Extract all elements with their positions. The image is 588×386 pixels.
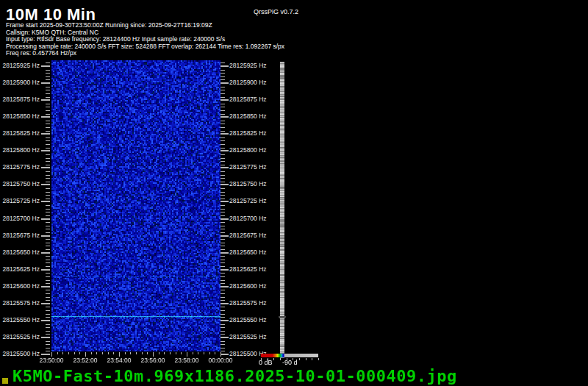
freq-minor-tick: [46, 70, 50, 71]
freq-minor-tick: [220, 175, 225, 176]
freq-minor-tick: [220, 205, 225, 206]
time-minor-tick: [57, 352, 58, 354]
db-scale-tick: [306, 358, 306, 360]
db-scale-tick: [280, 358, 281, 360]
freq-minor-tick: [220, 307, 225, 307]
freq-minor-tick: [46, 90, 50, 90]
freq-major-tick: [41, 303, 50, 304]
freq-minor-tick: [220, 310, 225, 311]
time-label: 23:58:00: [168, 357, 205, 364]
freq-minor-tick: [220, 283, 225, 284]
freq-minor-tick: [220, 215, 225, 216]
freq-label-right: 28125900 Hz: [229, 79, 267, 86]
time-label: 00:00:00: [202, 357, 239, 364]
freq-minor-tick: [220, 324, 225, 325]
freq-minor-tick: [220, 70, 225, 71]
time-minor-tick: [136, 352, 137, 354]
freq-major-tick: [220, 116, 229, 118]
db-scale-tick: [318, 358, 319, 360]
freq-minor-tick: [46, 73, 50, 74]
time-label: 23:50:00: [33, 357, 70, 364]
freq-label-left: 28125725 Hz: [0, 198, 40, 204]
freq-minor-tick: [220, 212, 225, 212]
time-minor-tick: [193, 352, 193, 354]
freq-label-right: 28125550 Hz: [229, 317, 267, 324]
waterfall-spectrogram: [51, 60, 220, 351]
freq-minor-tick: [46, 209, 50, 210]
db-scale-min-label: -90 d: [282, 359, 298, 366]
freq-minor-tick: [220, 348, 225, 349]
freq-minor-tick: [46, 154, 50, 155]
freq-label-left: 28125525 Hz: [0, 334, 40, 340]
time-minor-tick: [209, 352, 210, 354]
freq-major-tick: [41, 65, 50, 67]
freq-minor-tick: [46, 232, 50, 233]
freq-minor-tick: [46, 178, 50, 179]
freq-label-right: 28125700 Hz: [229, 215, 267, 222]
freq-minor-tick: [220, 314, 225, 315]
freq-label-right: 28125850 Hz: [229, 113, 267, 120]
freq-major-tick: [41, 184, 50, 185]
freq-minor-tick: [220, 165, 225, 165]
freq-minor-tick: [220, 161, 225, 162]
freq-minor-tick: [220, 127, 225, 128]
freq-major-tick: [41, 82, 50, 84]
freq-minor-tick: [46, 137, 50, 138]
freq-major-tick: [220, 354, 229, 355]
freq-minor-tick: [220, 344, 225, 345]
freq-major-tick: [220, 252, 229, 254]
freq-minor-tick: [46, 327, 50, 328]
time-minor-tick: [181, 352, 182, 354]
freq-minor-tick: [220, 209, 225, 210]
time-minor-tick: [159, 352, 159, 354]
freq-minor-tick: [220, 107, 225, 107]
db-scale-tick: [273, 358, 274, 360]
freq-minor-tick: [46, 256, 50, 257]
time-minor-tick: [91, 352, 92, 354]
freq-minor-tick: [46, 226, 50, 226]
console-cursor-block: [2, 378, 8, 384]
freq-label-right: 28125925 Hz: [229, 62, 267, 69]
freq-label-left: 28125775 Hz: [0, 164, 40, 171]
freq-label-left: 28125800 Hz: [0, 147, 40, 154]
freq-minor-tick: [46, 266, 50, 267]
freq-major-tick: [220, 201, 229, 202]
spectrum-level-bar: [279, 62, 286, 358]
freq-label-right: 28125775 Hz: [229, 164, 267, 171]
db-scale-tick: [299, 358, 300, 360]
time-minor-tick: [170, 352, 171, 354]
freq-minor-tick: [46, 297, 50, 298]
freq-major-tick: [220, 82, 229, 84]
freq-minor-tick: [220, 148, 225, 149]
freq-minor-tick: [46, 331, 50, 332]
header-info-lines: Frame start 2025-09-30T23:50:00Z Running…: [6, 22, 284, 57]
freq-minor-tick: [220, 121, 225, 121]
time-label: 23:54:00: [101, 357, 137, 364]
freq-minor-tick: [220, 226, 225, 226]
freq-minor-tick: [46, 215, 50, 216]
time-minor-tick: [79, 352, 80, 354]
freq-minor-tick: [220, 114, 225, 115]
freq-minor-tick: [46, 341, 50, 342]
freq-label-right: 28125825 Hz: [229, 130, 267, 137]
freq-minor-tick: [46, 161, 50, 162]
freq-minor-tick: [46, 140, 50, 141]
freq-minor-tick: [220, 334, 225, 335]
time-minor-tick: [62, 352, 63, 354]
time-minor-tick: [176, 352, 176, 354]
freq-minor-tick: [220, 182, 225, 182]
time-major-tick: [119, 352, 120, 357]
freq-major-tick: [41, 286, 50, 287]
freq-major-tick: [41, 133, 50, 135]
freq-label-left: 28125700 Hz: [0, 215, 40, 222]
time-minor-tick: [102, 352, 103, 354]
freq-minor-tick: [220, 140, 225, 141]
freq-label-right: 28125875 Hz: [229, 96, 267, 103]
freq-major-tick: [220, 133, 229, 135]
freq-minor-tick: [220, 110, 225, 111]
freq-minor-tick: [46, 148, 50, 149]
freq-major-tick: [220, 150, 229, 151]
freq-minor-tick: [46, 76, 50, 77]
freq-major-tick: [220, 184, 229, 185]
freq-minor-tick: [46, 314, 50, 315]
